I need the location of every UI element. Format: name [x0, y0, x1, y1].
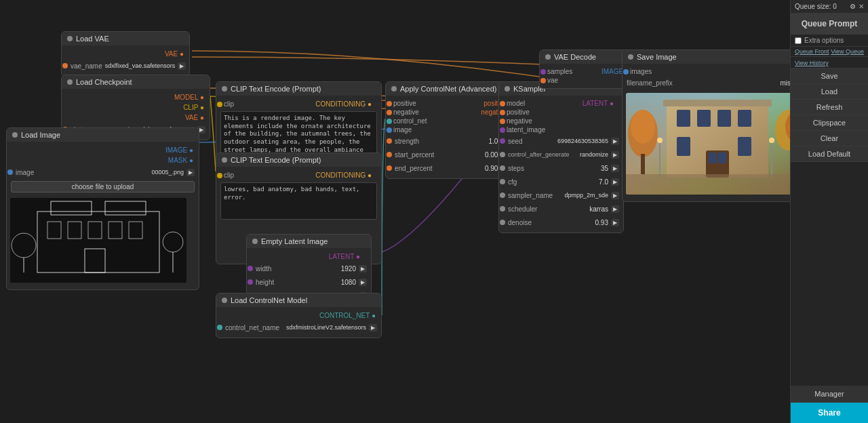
node-clip-text-pos-header: CLIP Text Encode (Prompt) — [216, 82, 381, 96]
image-value: 00005_.png — [73, 169, 184, 176]
extra-options-row: Extra options — [791, 35, 868, 47]
end-value: 0.900 — [435, 165, 502, 172]
ks-steps-value: 35 — [543, 165, 608, 172]
svg-rect-17 — [641, 154, 645, 174]
view-queue-link[interactable]: View Queue — [831, 48, 864, 55]
ks-denoise-arr[interactable]: ▶ — [611, 219, 619, 226]
node-load-checkpoint-header: Load Checkpoint — [62, 75, 210, 89]
node-kssampler: KSampler model LATENT ● positive negativ… — [498, 81, 624, 233]
share-btn[interactable]: Share — [791, 403, 868, 423]
vae-name-arr[interactable]: ▶ — [178, 62, 186, 70]
width-arr[interactable]: ▶ — [359, 265, 367, 273]
img-in-port — [387, 127, 392, 133]
rendered-thumbnail — [626, 93, 790, 195]
svg-rect-31 — [718, 153, 726, 163]
node-load-image: Load Image IMAGE ● MASK ● image 00005_.p… — [6, 127, 199, 290]
samples-label: samples — [547, 68, 572, 75]
image-arr[interactable]: ▶ — [186, 169, 195, 176]
node-apply-controlnet-title: Apply ControlNet (Advanced) — [400, 85, 496, 93]
vae-output-label: VAE ● — [165, 50, 184, 58]
node-load-vae-header: Load VAE — [62, 32, 189, 45]
height-port — [248, 279, 253, 285]
choose-file-btn[interactable]: choose file to upload — [11, 181, 195, 193]
neg-in-label: negative — [393, 108, 419, 116]
filename-value: mistoline — [688, 79, 790, 87]
node-vae-decode: VAE Decode samples IMAGE ● vae — [539, 49, 634, 89]
width-port — [248, 266, 253, 271]
sketch-svg — [10, 198, 186, 283]
ks-steps-arr[interactable]: ▶ — [611, 165, 619, 172]
end-port — [387, 165, 392, 171]
start-port — [387, 152, 392, 157]
ks-pos-label: positive — [507, 108, 530, 116]
ks-latent-out: LATENT ● — [583, 100, 619, 107]
extra-options-checkbox[interactable] — [795, 37, 802, 44]
svg-rect-24 — [697, 110, 711, 127]
svg-rect-28 — [738, 137, 751, 156]
queue-prompt-btn[interactable]: Queue Prompt — [791, 14, 868, 35]
settings-icon[interactable]: ⚙ — [850, 3, 856, 10]
neg-prompt-text[interactable]: lowres, bad anatomy, bad hands, text, er… — [220, 182, 377, 220]
right-panel: Queue size: 0 ⚙ ✕ Queue Prompt Extra opt… — [790, 0, 868, 423]
save-img-label: images — [630, 68, 652, 75]
node-load-controlnet-title: Load ControlNet Model — [231, 296, 307, 304]
ks-cfg-port — [500, 179, 505, 184]
node-vae-decode-header: VAE Decode — [540, 50, 633, 64]
vae-name-port — [62, 63, 68, 68]
height-arr[interactable]: ▶ — [359, 279, 367, 286]
ctrlnet-in-port — [387, 119, 392, 124]
clear-btn[interactable]: Clear — [791, 131, 868, 146]
manager-btn[interactable]: Manager — [791, 386, 868, 403]
ks-steps-label: steps — [508, 165, 540, 172]
load-btn[interactable]: Load — [791, 84, 868, 100]
ks-seed-arr[interactable]: ▶ — [611, 138, 619, 145]
ctrlnet-name-value: sdxfmistroLineV2.safetensors — [282, 324, 366, 331]
ks-pos-port — [500, 110, 505, 115]
ks-cag-arr[interactable]: ▶ — [611, 151, 619, 159]
strength-port — [387, 138, 392, 144]
vae-decode-port — [540, 78, 546, 83]
ks-cag-label: control_after_generate — [508, 151, 570, 158]
extra-options-label: Extra options — [804, 37, 844, 44]
vae-name-value: sdxlfixed_vae.safetensors — [105, 62, 176, 69]
vae-name-label: vae_name — [71, 62, 102, 70]
ks-seed-port — [500, 138, 505, 144]
node-clip-text-pos-title: CLIP Text Encode (Prompt) — [231, 85, 321, 93]
queue-header: Queue size: 0 ⚙ ✕ — [791, 0, 868, 14]
ks-neg-port — [500, 119, 505, 124]
sketch-thumbnail — [10, 198, 186, 283]
load-default-btn[interactable]: Load Default — [791, 146, 868, 162]
clip-output: CLIP ● — [183, 104, 204, 111]
queue-front-link[interactable]: Queue Front — [795, 48, 829, 55]
save-btn[interactable]: Save — [791, 68, 868, 84]
refresh-btn[interactable]: Refresh — [791, 100, 868, 115]
ks-denoise-port — [500, 220, 505, 225]
start-label: start_percent — [395, 151, 434, 159]
canvas-area[interactable]: Load VAE VAE ● vae_name sdxlfixed_vae.sa… — [0, 0, 790, 423]
ks-sched-arr[interactable]: ▶ — [611, 205, 619, 213]
save-img-port — [623, 69, 629, 75]
svg-rect-30 — [709, 153, 717, 163]
ks-neg-label: negative — [507, 117, 532, 125]
latent-out-label: LATENT ● — [329, 253, 366, 260]
samples-port — [540, 69, 546, 75]
img-in-label: image — [393, 126, 412, 134]
node-clip-text-neg-title: CLIP Text Encode (Prompt) — [231, 156, 321, 164]
node-clip-text-neg-header: CLIP Text Encode (Prompt) — [216, 153, 381, 167]
ks-sampler-arr[interactable]: ▶ — [611, 192, 619, 199]
rendered-svg — [626, 93, 790, 195]
image-label: image — [16, 169, 71, 176]
view-history-link[interactable]: View History — [795, 60, 829, 66]
ks-steps-port — [500, 165, 505, 171]
image-output: IMAGE ● — [165, 146, 193, 154]
clipspace-btn[interactable]: Clipspace — [791, 115, 868, 131]
ks-sched-value: karras — [543, 205, 608, 213]
ctrlnet-name-arr[interactable]: ▶ — [369, 324, 377, 331]
svg-rect-27 — [677, 137, 690, 156]
svg-rect-36 — [626, 174, 790, 195]
pos-in-port — [387, 101, 392, 106]
clip-in-label-pos: clip — [224, 100, 234, 108]
close-icon[interactable]: ✕ — [859, 3, 864, 10]
node-empty-latent-title: Empty Latent Image — [261, 237, 328, 245]
ks-cfg-arr[interactable]: ▶ — [611, 178, 619, 186]
